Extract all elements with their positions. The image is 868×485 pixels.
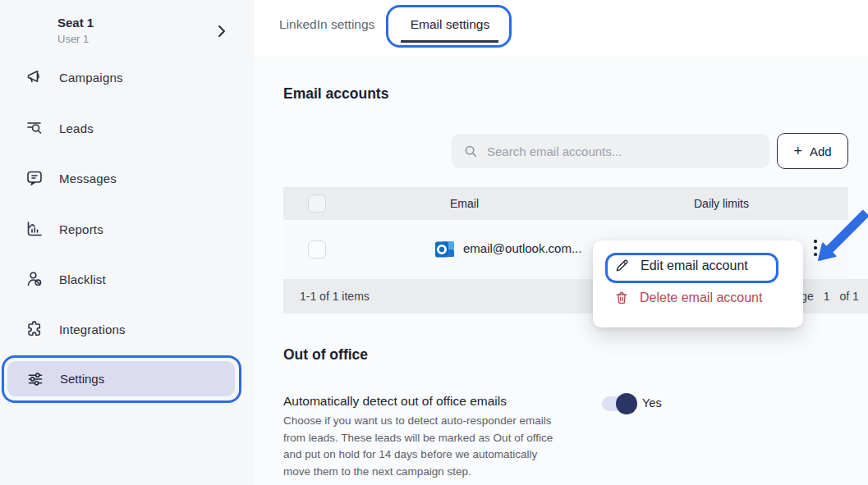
sidebar-item-integrations[interactable]: Integrations bbox=[8, 312, 240, 346]
chart-icon bbox=[25, 219, 44, 239]
search-icon bbox=[463, 144, 478, 158]
sidebar-item-blacklist[interactable]: Blacklist bbox=[8, 262, 240, 296]
seat-selector[interactable]: Seat 1 User 1 bbox=[0, 7, 255, 49]
sidebar-item-campaigns[interactable]: Campaigns bbox=[8, 60, 240, 94]
tab-linkedin-settings[interactable]: LinkedIn settings bbox=[279, 17, 374, 32]
megaphone-icon bbox=[25, 67, 44, 87]
items-count: 1-1 of 1 items bbox=[300, 290, 370, 303]
auto-detect-toggle[interactable] bbox=[602, 392, 640, 415]
sidebar-item-label: Campaigns bbox=[59, 71, 123, 85]
page-number: 1 bbox=[824, 290, 830, 303]
row-actions-menu: Edit email account Delete email account bbox=[593, 240, 803, 327]
seat-subtitle: User 1 bbox=[57, 33, 89, 45]
auto-detect-setting-description: Choose if you want us to detect auto-res… bbox=[283, 413, 595, 480]
out-of-office-title: Out of office bbox=[283, 346, 368, 364]
sidebar-item-label: Messages bbox=[59, 172, 117, 185]
chat-bubble-icon bbox=[25, 168, 44, 188]
email-address: email@outlook.com... bbox=[463, 241, 581, 255]
pencil-icon bbox=[614, 258, 630, 273]
sidebar-item-label: Integrations bbox=[59, 323, 126, 336]
search-box bbox=[452, 134, 769, 168]
sidebar-item-label: Leads bbox=[59, 121, 94, 135]
lead-search-icon bbox=[25, 118, 44, 138]
sidebar-item-messages[interactable]: Messages bbox=[8, 161, 240, 195]
blocked-person-icon bbox=[25, 269, 44, 289]
select-all-checkbox[interactable] bbox=[308, 194, 326, 213]
column-header-email: Email bbox=[450, 197, 479, 210]
add-button-label: Add bbox=[810, 144, 832, 158]
add-email-account-button[interactable]: + Add bbox=[777, 133, 848, 169]
menu-item-label: Edit email account bbox=[641, 259, 748, 273]
sidebar-item-settings[interactable]: Settings bbox=[7, 361, 235, 396]
column-header-daily-limits: Daily limits bbox=[694, 197, 749, 210]
page-of-label: of 1 bbox=[840, 290, 859, 303]
tab-email-settings[interactable]: Email settings bbox=[393, 17, 507, 32]
seat-title: Seat 1 bbox=[57, 16, 94, 30]
sidebar: Seat 1 User 1 Campaigns Leads Messages bbox=[0, 0, 255, 485]
table-header-row: Email Daily limits bbox=[283, 187, 848, 220]
sidebar-item-label: Blacklist bbox=[59, 272, 106, 286]
row-checkbox[interactable] bbox=[308, 240, 326, 259]
email-accounts-title: Email accounts bbox=[283, 85, 388, 103]
app-window: Seat 1 User 1 Campaigns Leads Messages bbox=[0, 0, 868, 485]
chevron-right-icon bbox=[214, 23, 230, 39]
toggle-knob bbox=[616, 393, 637, 414]
sliders-icon bbox=[25, 369, 45, 389]
menu-item-label: Delete email account bbox=[640, 291, 762, 305]
menu-item-delete-email-account[interactable]: Delete email account bbox=[614, 291, 762, 305]
outlook-icon bbox=[434, 239, 456, 260]
auto-detect-setting-label: Automatically detect out of office email… bbox=[283, 394, 507, 409]
plus-icon: + bbox=[793, 144, 802, 158]
sidebar-item-reports[interactable]: Reports bbox=[8, 212, 240, 246]
trash-icon bbox=[614, 291, 629, 305]
sidebar-item-label: Reports bbox=[59, 222, 103, 236]
puzzle-icon bbox=[25, 319, 44, 339]
sidebar-item-label: Settings bbox=[60, 372, 104, 386]
menu-item-edit-email-account[interactable]: Edit email account bbox=[614, 258, 748, 273]
search-input[interactable] bbox=[487, 144, 758, 158]
toggle-state-label: Yes bbox=[642, 396, 662, 410]
annotation-highlight-settings: Settings bbox=[2, 355, 241, 403]
active-tab-underline bbox=[401, 40, 498, 43]
row-actions-kebab-icon[interactable] bbox=[811, 238, 820, 258]
sidebar-item-leads[interactable]: Leads bbox=[8, 111, 240, 145]
